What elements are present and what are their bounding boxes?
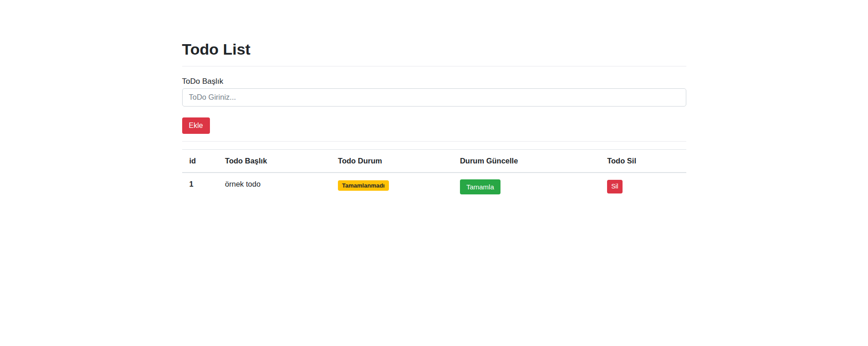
form-table-divider (182, 141, 686, 142)
table-row: 1 örnek todo Tamamlanmadı Tamamla Sil (182, 173, 686, 201)
delete-todo-button[interactable]: Sil (607, 180, 623, 193)
add-todo-button[interactable]: Ekle (182, 117, 210, 134)
column-header-todo-delete: Todo Sil (600, 150, 686, 173)
main-container: Todo List ToDo Başlık Ekle id Todo Başlı… (182, 0, 686, 201)
column-header-id: id (182, 150, 218, 173)
column-header-todo-title: Todo Başlık (218, 150, 331, 173)
todo-title-input[interactable] (182, 88, 686, 107)
todo-app-page: Todo List ToDo Başlık Ekle id Todo Başlı… (0, 0, 868, 346)
table-header-row: id Todo Başlık Todo Durum Durum Güncelle… (182, 150, 686, 173)
todo-title-label: ToDo Başlık (182, 76, 686, 86)
complete-todo-button[interactable]: Tamamla (460, 179, 500, 194)
title-divider (182, 66, 686, 66)
status-badge: Tamamlanmadı (338, 180, 389, 191)
page-title: Todo List (182, 40, 686, 59)
column-header-status-update: Durum Güncelle (453, 150, 600, 173)
todo-id-cell: 1 (182, 173, 218, 201)
todo-table: id Todo Başlık Todo Durum Durum Güncelle… (182, 149, 686, 201)
todo-status-cell: Tamamlanmadı (331, 173, 453, 201)
todo-delete-cell: Sil (600, 173, 686, 201)
status-update-cell: Tamamla (453, 173, 600, 201)
todo-title-cell: örnek todo (218, 173, 331, 201)
column-header-todo-status: Todo Durum (331, 150, 453, 173)
